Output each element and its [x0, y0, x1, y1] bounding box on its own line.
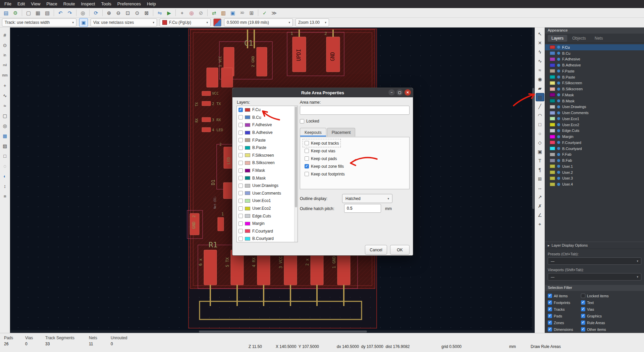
route-diffpair-tool-button[interactable]: ≈ [536, 66, 544, 74]
draw-line-tool-button[interactable]: ╱ [536, 102, 544, 110]
lock-button[interactable]: ⊘ [197, 8, 205, 17]
keepout-checkbox[interactable] [305, 156, 309, 161]
menu-help[interactable]: Help [144, 0, 159, 8]
appearance-layer-row[interactable]: F.Fab [545, 152, 644, 158]
filter-vias[interactable]: Vias [581, 307, 641, 311]
appearance-layer-row[interactable]: B.Silkscreen [545, 86, 644, 92]
dialog-layer-row[interactable]: B.Paste [237, 144, 298, 152]
add-image-tool-button[interactable]: ▣ [536, 147, 544, 156]
filter-zones[interactable]: Zones [548, 320, 580, 325]
draw-polygon-tool-button[interactable]: ◇ [536, 138, 544, 147]
track-outline-toggle-button[interactable]: ▢ [1, 111, 9, 120]
tab-objects[interactable]: Objects [569, 35, 590, 42]
menu-file[interactable]: File [1, 0, 14, 8]
pad-outline-toggle-button[interactable]: □ [1, 152, 9, 160]
visibility-icon[interactable] [557, 111, 560, 114]
layer-checkbox[interactable] [238, 168, 243, 173]
layer-checkbox[interactable] [238, 115, 243, 119]
dialog-layer-row[interactable]: User.Comments [237, 190, 298, 197]
track-width-select[interactable]: Track: use netclass width ▾ [2, 18, 76, 27]
dialog-layer-row[interactable]: F.Mask [237, 167, 298, 174]
units-mm-toggle-button[interactable]: mm [1, 71, 9, 80]
dialog-layer-row[interactable]: B.Silkscreen [237, 159, 298, 167]
redo-button[interactable]: ↷ [65, 8, 74, 17]
dialog-layer-row[interactable]: F.Cu [237, 106, 298, 114]
appearance-layer-row[interactable]: B.Paste [545, 74, 644, 80]
zoom-fit-button[interactable]: ⊡ [123, 8, 132, 17]
layer-color-swatch[interactable] [550, 87, 555, 91]
layer-checkbox[interactable] [238, 153, 243, 157]
filter-checkbox[interactable] [581, 294, 585, 298]
high-contrast-toggle-button[interactable]: ◐ [1, 172, 9, 180]
print-button[interactable]: ▦ [34, 8, 42, 17]
filter-checkbox[interactable] [548, 307, 552, 311]
appearance-layer-row[interactable]: User.Eco1 [545, 116, 644, 122]
visibility-icon[interactable] [557, 129, 560, 132]
keepout-option[interactable]: Keep out footprints [303, 170, 346, 178]
refresh-button[interactable]: ⟳ [92, 8, 100, 17]
add-table-tool-button[interactable]: ⊞ [536, 174, 544, 183]
layer-checkbox[interactable] [238, 138, 243, 142]
page-settings-button[interactable]: ▢ [24, 8, 33, 17]
draw-circle-tool-button[interactable]: ○ [536, 129, 544, 138]
filter-checkbox[interactable] [581, 307, 585, 311]
appearance-layer-row[interactable]: B.Fab [545, 157, 644, 163]
plot-button[interactable]: ▧ [43, 8, 52, 17]
dialog-layer-row[interactable]: B.Courtyard [237, 235, 298, 242]
presets-select[interactable]: — ▾ [548, 257, 641, 265]
layer-checkbox[interactable] [238, 206, 243, 211]
layer-checkbox[interactable] [238, 108, 243, 112]
properties-panel-toggle-button[interactable]: ≡ [1, 192, 9, 200]
appearance-layer-row[interactable]: F.Adhesive [545, 56, 644, 62]
dialog-layer-row[interactable]: B.Mask [237, 174, 298, 182]
layer-checkbox[interactable] [238, 184, 243, 188]
filter-checkbox[interactable] [581, 327, 585, 332]
zoom-out-button[interactable]: ⊖ [114, 8, 123, 17]
add-dimension-tool-button[interactable]: ↔ [536, 184, 544, 192]
layer-color-swatch[interactable] [550, 99, 555, 103]
drill-origin-button[interactable]: ◎ [187, 8, 196, 17]
filter-checkbox[interactable] [548, 300, 552, 305]
netclass-values-toggle[interactable]: ▣ [79, 18, 88, 27]
dialog-layer-row[interactable]: F.Silkscreen [237, 152, 298, 159]
appearance-layer-row[interactable]: B.Courtyard [545, 146, 644, 152]
viewports-select[interactable]: — ▾ [548, 273, 641, 281]
add-leader-tool-button[interactable]: ↗ [536, 193, 544, 201]
ratsnest-toggle-button[interactable]: ∿ [1, 91, 9, 100]
layer-pair-indicator[interactable] [213, 18, 221, 27]
curved-ratsnest-toggle-button[interactable]: ≈ [1, 101, 9, 110]
hatch-pitch-input[interactable] [344, 204, 381, 213]
active-layer-select[interactable]: F.Cu (PgUp) ▾ [160, 18, 211, 27]
grid-toggle-button[interactable]: # [1, 31, 9, 39]
add-rule-area-tool-button[interactable]: ▨ [536, 93, 544, 101]
appearance-layer-row[interactable]: B.Cu [545, 50, 644, 56]
appearance-layer-row[interactable]: User.Drawings [545, 104, 644, 110]
visibility-icon[interactable] [557, 165, 560, 168]
find-button[interactable]: ◎ [78, 8, 87, 17]
layer-checkbox[interactable] [238, 199, 243, 203]
visibility-icon[interactable] [557, 58, 560, 61]
dialog-layer-row[interactable]: B.Cu [237, 114, 298, 121]
appearance-layer-row[interactable]: F.Courtyard [545, 140, 644, 146]
keepout-option[interactable]: Keep out vias [303, 147, 337, 155]
menu-edit[interactable]: Edit [14, 0, 28, 8]
layer-color-swatch[interactable] [550, 123, 555, 127]
filter-dimensions[interactable]: Dimensions [548, 327, 580, 332]
layer-color-swatch[interactable] [550, 69, 555, 73]
visibility-icon[interactable] [557, 135, 560, 138]
layer-color-swatch[interactable] [550, 63, 555, 67]
drc-check-button[interactable]: ✓ [260, 8, 269, 17]
menu-view[interactable]: View [28, 0, 43, 8]
appearance-layer-row[interactable]: F.Mask [545, 92, 644, 98]
appearance-layer-row[interactable]: User.4 [545, 181, 644, 187]
outline-display-select[interactable]: Hatched ▾ [342, 194, 392, 203]
units-mils-toggle-button[interactable]: mil [1, 61, 9, 69]
cancel-button[interactable]: Cancel [365, 245, 387, 255]
tab-placement[interactable]: Placement [327, 128, 356, 137]
layer-color-swatch[interactable] [550, 117, 555, 120]
appearance-layer-row[interactable]: Margin [545, 134, 644, 140]
layer-color-swatch[interactable] [550, 183, 555, 186]
origin-tool-button[interactable]: ⌖ [536, 220, 544, 228]
footprint-editor-button[interactable]: ▣ [228, 8, 237, 17]
dialog-layer-row[interactable]: User.Eco1 [237, 197, 298, 205]
